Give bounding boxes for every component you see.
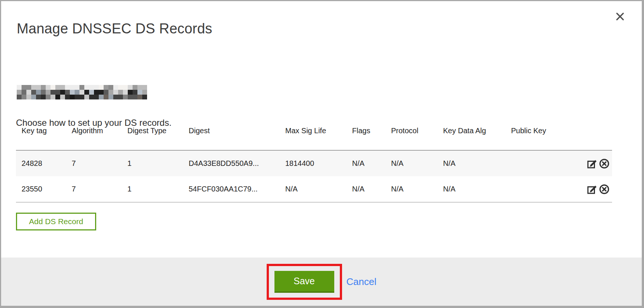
header-cell: Protocol	[386, 127, 438, 135]
redaction-pixel	[84, 95, 89, 99]
redaction-pixel	[75, 95, 79, 99]
redaction-pixel	[94, 90, 99, 95]
redaction-pixel	[133, 90, 137, 95]
redaction-pixel	[118, 85, 123, 90]
table-row: 235507154FCF030AA1C79...N/AN/AN/AN/A	[16, 176, 612, 202]
redaction-pixel	[65, 95, 70, 99]
table-cell: 24828	[16, 159, 66, 168]
header-cell: Max Sig Life	[280, 127, 347, 135]
redaction-pixel	[60, 85, 65, 90]
redaction-pixel	[41, 90, 46, 95]
redaction-pixel	[75, 90, 79, 95]
redaction-pixel	[60, 90, 65, 95]
redaction-pixel	[137, 90, 142, 95]
redaction-pixel	[46, 95, 51, 99]
redaction-pixel	[55, 85, 60, 90]
redaction-pixel	[51, 90, 55, 95]
table-cell: N/A	[347, 185, 386, 193]
table-cell: 54FCF030AA1C79...	[183, 185, 280, 193]
redacted-domain-name	[17, 85, 147, 99]
header-cell: Digest	[183, 127, 280, 135]
table-cell: N/A	[438, 185, 505, 193]
redaction-pixel	[118, 90, 123, 95]
redaction-pixel	[41, 85, 46, 90]
delete-record-button[interactable]	[599, 158, 610, 169]
table-cell: 1	[122, 159, 183, 168]
redaction-pixel	[123, 95, 128, 99]
delete-icon	[599, 158, 610, 169]
edit-icon	[587, 184, 598, 194]
row-actions	[586, 184, 612, 195]
redaction-pixel	[137, 85, 142, 90]
table-cell: N/A	[347, 159, 386, 168]
table-header-row: Key tagAlgorithmDigest TypeDigestMax Sig…	[16, 127, 612, 150]
redaction-pixel	[51, 95, 55, 99]
redaction-pixel	[17, 95, 22, 99]
redaction-pixel	[133, 95, 137, 99]
redaction-pixel	[128, 85, 133, 90]
redaction-pixel	[17, 85, 22, 90]
redaction-pixel	[84, 90, 89, 95]
redaction-pixel	[123, 90, 128, 95]
dialog-footer: Save Cancel	[1, 258, 642, 306]
redaction-pixel	[51, 85, 55, 90]
delete-record-button[interactable]	[599, 184, 610, 195]
redaction-pixel	[65, 85, 70, 90]
redaction-pixel	[17, 90, 22, 95]
redaction-pixel	[113, 90, 118, 95]
redaction-pixel	[70, 90, 75, 95]
redaction-pixel	[128, 95, 133, 99]
table-cell: 7	[66, 159, 122, 168]
table-cell: N/A	[386, 159, 438, 168]
redaction-pixel	[89, 90, 94, 95]
cancel-link[interactable]: Cancel	[347, 276, 377, 288]
redaction-pixel	[104, 95, 108, 99]
redaction-pixel	[31, 85, 36, 90]
redaction-pixel	[55, 95, 60, 99]
redaction-pixel	[113, 85, 118, 90]
row-actions	[586, 158, 612, 169]
redaction-pixel	[75, 85, 79, 90]
table-cell: 1	[122, 185, 183, 193]
redaction-pixel	[79, 85, 84, 90]
annotation-rectangle: Save	[267, 264, 342, 300]
redaction-pixel	[31, 95, 36, 99]
table-cell: 1814400	[280, 159, 347, 168]
close-button[interactable]	[614, 12, 625, 23]
redaction-pixel	[79, 90, 84, 95]
table-cell: 23550	[16, 185, 66, 193]
redaction-pixel	[22, 95, 26, 99]
redaction-pixel	[36, 90, 41, 95]
save-button[interactable]: Save	[274, 271, 334, 293]
redaction-pixel	[79, 95, 84, 99]
redaction-pixel	[41, 95, 46, 99]
redaction-pixel	[70, 85, 75, 90]
redaction-pixel	[84, 85, 89, 90]
redaction-pixel	[142, 95, 147, 99]
table-cell: N/A	[280, 185, 347, 193]
header-cell: Public Key	[505, 127, 580, 135]
header-cell: Key Data Alg	[438, 127, 505, 135]
redaction-pixel	[70, 95, 75, 99]
redaction-pixel	[26, 90, 31, 95]
redaction-pixel	[104, 90, 108, 95]
table-cell: N/A	[386, 185, 438, 193]
redaction-pixel	[46, 90, 51, 95]
redaction-pixel	[60, 95, 65, 99]
redaction-pixel	[137, 95, 142, 99]
ds-records-table: Key tagAlgorithmDigest TypeDigestMax Sig…	[16, 127, 612, 203]
delete-icon	[599, 184, 610, 195]
header-cell: Digest Type	[122, 127, 183, 135]
close-icon	[615, 12, 625, 23]
edit-record-button[interactable]	[586, 184, 598, 195]
redaction-pixel	[99, 90, 104, 95]
table-row: 2482871D4A33E8DD550A9...1814400N/AN/AN/A	[16, 151, 612, 176]
redaction-pixel	[22, 85, 26, 90]
table-cell: D4A33E8DD550A9...	[183, 159, 280, 168]
redaction-pixel	[55, 90, 60, 95]
redaction-pixel	[142, 90, 147, 95]
edit-record-button[interactable]	[586, 158, 598, 169]
redaction-pixel	[108, 90, 113, 95]
add-ds-record-button[interactable]: Add DS Record	[16, 213, 96, 230]
redaction-pixel	[128, 90, 133, 95]
